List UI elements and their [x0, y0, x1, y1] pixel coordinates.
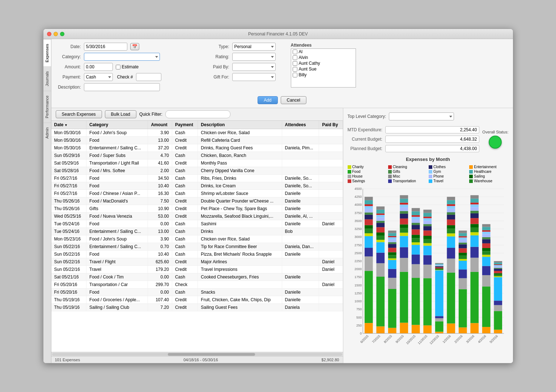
window-title: Personal Financier 4.1.05 DEV — [248, 31, 308, 37]
svg-rect-204 — [470, 199, 479, 203]
table-row[interactable]: Mon 05/30/16 Food 13.00 Credit Refill Ca… — [51, 137, 343, 144]
table-row[interactable]: Sat 05/21/16 Food / Cook / Tim 0.00 Cash… — [51, 273, 343, 281]
table-row[interactable]: Fri 05/27/16 Food 10.40 Cash Drinks, Ice… — [51, 182, 343, 190]
cell-amount: 0.70 — [148, 243, 172, 251]
table-row[interactable]: Fri 05/27/16 Food 34.50 Cash Ribs, Fries… — [51, 175, 343, 182]
table-row[interactable]: Sun 05/22/16 Entertainment / Sailing C..… — [51, 243, 343, 251]
minimize-button[interactable] — [54, 32, 58, 36]
attendee-aunt-sue[interactable]: Aunt Sue — [291, 66, 356, 72]
estimate-checkbox[interactable] — [116, 65, 120, 69]
form-panel: Date: 📅 Category: Amount: — [51, 39, 513, 108]
col-category[interactable]: Category — [86, 121, 148, 129]
horizontal-scrollbar[interactable] — [51, 352, 343, 356]
svg-rect-238 — [494, 263, 502, 264]
cell-date: Fri 05/20/16 — [51, 281, 86, 289]
table-row[interactable]: Sun 05/22/16 Travel 179.20 Credit Travel… — [51, 266, 343, 273]
cell-payment: Cash — [172, 289, 198, 296]
sidebar: Expenses Journals Performance Admin — [43, 39, 51, 363]
table-row[interactable]: Sun 05/22/16 Travel / Flight 625.60 Cred… — [51, 258, 343, 266]
table-row[interactable]: Thu 05/19/16 Food / Groceries / Apple...… — [51, 296, 343, 304]
svg-rect-174 — [458, 289, 467, 328]
legend-color-cleaning — [388, 165, 392, 169]
table-row[interactable]: Fri 05/20/16 Transportation / Car 299.70… — [51, 281, 343, 289]
legend-color-gifts — [388, 170, 392, 174]
rating-select[interactable] — [232, 53, 276, 61]
sidebar-item-admin[interactable]: Admin — [43, 123, 51, 143]
cell-attendees — [282, 129, 319, 137]
legend-item-warehouse: Warehouse — [469, 179, 508, 183]
category-select[interactable] — [84, 53, 160, 61]
attendee-billy-checkbox[interactable] — [293, 73, 297, 77]
col-payment[interactable]: Payment — [172, 121, 198, 129]
attendee-aunt-cathy-checkbox[interactable] — [293, 61, 297, 66]
svg-rect-112 — [411, 238, 420, 242]
attendee-aunt-cathy[interactable]: Aunt Cathy — [291, 60, 356, 66]
bar-chart: 0250500750100012501500175020002250250027… — [348, 185, 507, 359]
table-row[interactable]: Thu 05/26/16 Gifts 10.90 Credit Pet Plac… — [51, 205, 343, 213]
table-row[interactable]: Mon 05/30/16 Food / John's Soup 3.90 Cas… — [51, 129, 343, 137]
payment-select[interactable]: Cash Credit Check — [84, 73, 113, 81]
svg-rect-202 — [470, 204, 479, 207]
cell-payment: Cash — [172, 220, 198, 228]
search-expenses-button[interactable]: Search Expenses — [56, 110, 102, 118]
sidebar-item-performance[interactable]: Performance — [43, 91, 51, 123]
quick-filter-input[interactable] — [165, 110, 230, 118]
attendee-al[interactable]: Al — [291, 49, 356, 55]
close-button[interactable] — [47, 32, 51, 36]
cell-attendees: Bob — [282, 228, 319, 235]
table-row[interactable]: Tue 05/24/16 Entertainment / Sailing C..… — [51, 228, 343, 235]
cell-paid-by — [319, 137, 343, 144]
bulk-load-button[interactable]: Bulk Load — [105, 110, 136, 118]
svg-rect-135 — [423, 218, 432, 221]
table-row[interactable]: Thu 05/26/16 Food / MacDonald's 7.50 Cre… — [51, 197, 343, 205]
cell-category: Food / Chinese / Asian P... — [86, 190, 148, 197]
svg-rect-173 — [458, 327, 467, 333]
cell-attendees — [282, 235, 319, 243]
table-row[interactable]: Mon 05/30/16 Entertainment / Sailing C..… — [51, 144, 343, 152]
sidebar-item-journals[interactable]: Journals — [43, 67, 51, 91]
attendee-al-checkbox[interactable] — [293, 50, 297, 54]
legend-item-sailing: Sailing — [469, 174, 508, 178]
col-paid-by[interactable]: Paid By — [319, 121, 343, 129]
attendee-alvin[interactable]: Alvin — [291, 55, 356, 60]
table-row[interactable]: Wed 05/25/16 Food / Nueva Venezia 53.00 … — [51, 213, 343, 220]
svg-rect-91 — [400, 258, 408, 272]
sidebar-item-expenses[interactable]: Expenses — [43, 39, 51, 67]
table-row[interactable]: Sat 05/28/16 Food / Mrs. Softee 2.00 Cas… — [51, 167, 343, 175]
amount-input[interactable] — [84, 63, 113, 71]
table-row[interactable]: Fri 05/20/16 Food 0.00 Cash Snacks Danie… — [51, 289, 343, 296]
description-input[interactable] — [84, 83, 160, 91]
attendee-aunt-sue-name: Aunt Sue — [299, 67, 317, 72]
attendee-billy[interactable]: Billy — [291, 72, 356, 78]
table-row[interactable]: Mon 05/23/16 Food / John's Soup 3.90 Cas… — [51, 235, 343, 243]
col-attendees[interactable]: Attendees — [282, 121, 319, 129]
gift-for-select[interactable] — [232, 73, 276, 81]
add-button[interactable]: Add — [258, 96, 277, 104]
attendee-alvin-checkbox[interactable] — [293, 55, 297, 60]
scrollbar-thumb[interactable] — [168, 353, 255, 356]
table-row[interactable]: Tue 05/24/16 Food 0.00 Cash Sashimi Dani… — [51, 220, 343, 228]
col-amount[interactable]: Amount — [148, 121, 172, 129]
top-level-select[interactable] — [389, 112, 454, 120]
table-row[interactable]: Sun 05/29/16 Food / Super Subs 4.70 Cash… — [51, 152, 343, 159]
cancel-button[interactable]: Cancel — [281, 96, 306, 104]
legend-color-phone — [429, 175, 432, 178]
table-row[interactable]: Sat 05/29/16 Transportation / Light Rail… — [51, 159, 343, 167]
cell-date: Wed 05/25/16 — [51, 213, 86, 220]
col-description[interactable]: Description — [198, 121, 282, 129]
col-date[interactable]: Date — [51, 121, 86, 129]
svg-rect-95 — [400, 228, 408, 233]
svg-rect-212 — [482, 255, 490, 257]
date-input[interactable] — [84, 43, 127, 51]
date-picker-button[interactable]: 📅 — [130, 43, 139, 50]
attendee-aunt-sue-checkbox[interactable] — [293, 67, 297, 72]
table-row[interactable]: Thu 05/19/16 Sailing / Sailing Club 7.20… — [51, 304, 343, 311]
svg-rect-81 — [388, 244, 396, 248]
table-row[interactable]: Fri 05/27/16 Food / Chinese / Asian P...… — [51, 190, 343, 197]
type-select[interactable]: Personal — [232, 43, 276, 51]
check-input[interactable] — [136, 73, 161, 81]
legend-color-misc — [388, 175, 392, 178]
maximize-button[interactable] — [60, 32, 64, 36]
table-row[interactable]: Sun 05/22/16 Food 10.40 Cash Pizza, Bret… — [51, 251, 343, 258]
paid-by-select[interactable] — [232, 63, 276, 71]
